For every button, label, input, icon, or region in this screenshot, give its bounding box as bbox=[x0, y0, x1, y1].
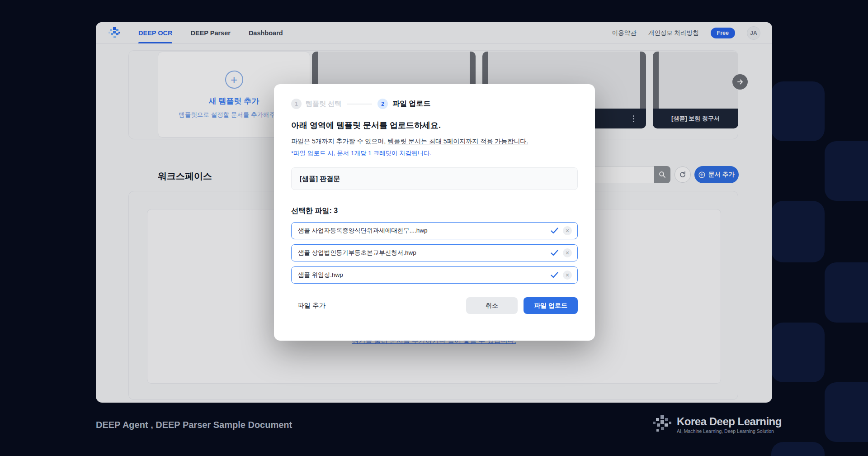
modal-title: 아래 영역에 템플릿 문서를 업로드하세요. bbox=[291, 120, 578, 131]
step-label: 파일 업로드 bbox=[392, 99, 430, 109]
file-name: 샘플 상업법인등기부등초본교부신청서.hwp bbox=[298, 249, 551, 257]
brand-logo-icon bbox=[652, 414, 672, 435]
modal-description: 파일은 5개까지 추가할 수 있으며, 템플릿 문서는 최대 5페이지까지 적용… bbox=[291, 138, 578, 146]
brand-name: Korea Deep Learning bbox=[677, 416, 782, 428]
step-number: 1 bbox=[291, 99, 302, 109]
selected-template-box: [샘플] 판결문 bbox=[291, 167, 578, 190]
upload-button[interactable]: 파일 업로드 bbox=[524, 297, 578, 314]
step-number: 2 bbox=[377, 99, 388, 109]
remove-file-button[interactable]: ✕ bbox=[563, 271, 572, 280]
selected-files-label: 선택한 파일: 3 bbox=[291, 206, 578, 216]
brand-subtitle: AI, Machine Learning, Deep Learning Solu… bbox=[677, 428, 782, 434]
cancel-button[interactable]: 취소 bbox=[466, 297, 518, 314]
footer-caption: DEEP Agent , DEEP Parser Sample Document bbox=[96, 420, 292, 430]
footer-brand: Korea Deep Learning AI, Machine Learning… bbox=[652, 414, 782, 435]
file-row: 샘플 사업자등록증양식단위과세에대한무....hwp ✕ bbox=[291, 222, 578, 239]
remove-file-button[interactable]: ✕ bbox=[563, 226, 572, 235]
step-file-upload: 2 파일 업로드 bbox=[377, 99, 430, 109]
check-icon bbox=[551, 228, 558, 234]
modal-stepper: 1 템플릿 선택 2 파일 업로드 bbox=[291, 99, 578, 109]
file-name: 샘플 위임장.hwp bbox=[298, 271, 551, 279]
check-icon bbox=[551, 272, 558, 278]
file-row: 샘플 상업법인등기부등초본교부신청서.hwp ✕ bbox=[291, 244, 578, 261]
file-upload-modal: 1 템플릿 선택 2 파일 업로드 아래 영역에 템플릿 문서를 업로드하세요.… bbox=[274, 84, 595, 341]
add-file-button[interactable]: 파일 추가 bbox=[291, 298, 332, 314]
file-row: 샘플 위임장.hwp ✕ bbox=[291, 266, 578, 284]
modal-footer: 파일 추가 취소 파일 업로드 bbox=[291, 297, 578, 314]
app-window: DEEP OCR DEEP Parser Dashboard 이용약관 개인정보… bbox=[96, 22, 772, 403]
file-name: 샘플 사업자등록증양식단위과세에대한무....hwp bbox=[298, 227, 551, 235]
description-underlined: 템플릿 문서는 최대 5페이지까지 적용 가능합니다. bbox=[387, 138, 528, 145]
step-connector bbox=[347, 104, 372, 104]
remove-file-button[interactable]: ✕ bbox=[563, 248, 572, 257]
credit-note: *파일 업로드 시, 문서 1개당 1 크레딧이 차감됩니다. bbox=[291, 149, 578, 157]
description-plain: 파일은 5개까지 추가할 수 있으며, bbox=[291, 138, 387, 145]
step-template-select: 1 템플릿 선택 bbox=[291, 99, 341, 109]
step-label: 템플릿 선택 bbox=[306, 100, 341, 108]
check-icon bbox=[551, 250, 558, 256]
